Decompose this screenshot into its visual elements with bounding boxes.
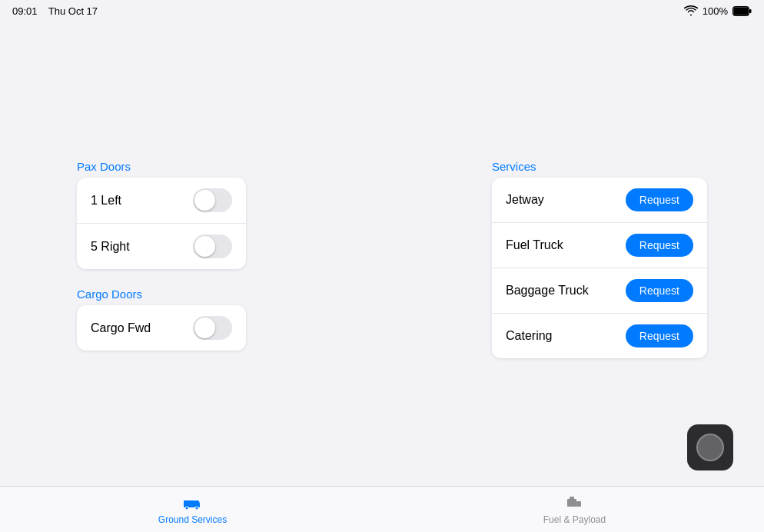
pax-doors-title: Pax Doors <box>77 160 246 173</box>
svg-rect-9 <box>567 499 576 507</box>
left-panel: Pax Doors 1 Left 5 Right Cargo Doors <box>77 160 246 351</box>
request-button-baggage-truck[interactable]: Request <box>626 279 693 302</box>
main-content: Pax Doors 1 Left 5 Right Cargo Doors <box>0 22 764 486</box>
svg-marker-6 <box>194 500 200 503</box>
pax-door-toggle-2[interactable] <box>193 234 232 258</box>
status-time-date: 09:01 Thu Oct 17 <box>12 5 98 17</box>
svg-rect-10 <box>576 501 581 507</box>
cargo-doors-card: Cargo Fwd <box>77 305 246 351</box>
tab-bar: Ground Services Fuel & Payload <box>0 486 764 532</box>
toggle-knob-2 <box>194 236 215 257</box>
pax-doors-card: 1 Left 5 Right <box>77 178 246 269</box>
service-label-jetway: Jetway <box>506 193 544 207</box>
tab-fuel-payload-label: Fuel & Payload <box>543 514 606 525</box>
svg-rect-1 <box>749 9 752 13</box>
svg-point-7 <box>185 507 188 510</box>
cargo-door-toggle-1[interactable] <box>193 316 232 340</box>
tab-ground-services-label: Ground Services <box>158 514 227 525</box>
status-bar: 09:01 Thu Oct 17 100% <box>0 0 764 22</box>
service-row-fuel-truck: Fuel Truck Request <box>492 222 707 268</box>
pax-door-label-1: 1 Left <box>91 194 121 208</box>
home-button[interactable] <box>687 424 733 470</box>
toggle-knob-1 <box>194 190 215 211</box>
pax-door-label-2: 5 Right <box>91 240 130 254</box>
tab-fuel-payload[interactable]: Fuel & Payload <box>543 494 606 525</box>
svg-point-8 <box>195 507 198 510</box>
service-row-catering: Catering Request <box>492 313 707 358</box>
service-label-baggage-truck: Baggage Truck <box>506 284 589 298</box>
svg-rect-11 <box>570 497 574 500</box>
cargo-doors-title: Cargo Doors <box>77 288 246 301</box>
svg-rect-3 <box>734 7 749 15</box>
status-right: 100% <box>684 5 752 17</box>
services-title: Services <box>492 160 707 173</box>
fuel-payload-icon <box>565 494 583 512</box>
request-button-jetway[interactable]: Request <box>626 188 693 211</box>
cargo-door-row-1: Cargo Fwd <box>77 305 246 351</box>
svg-rect-4 <box>184 500 194 507</box>
tab-ground-services[interactable]: Ground Services <box>158 494 227 525</box>
services-card: Jetway Request Fuel Truck Request Baggag… <box>492 178 707 358</box>
battery-percentage: 100% <box>703 5 728 17</box>
toggle-knob-cargo-1 <box>194 318 215 338</box>
request-button-catering[interactable]: Request <box>626 324 693 347</box>
request-button-fuel-truck[interactable]: Request <box>626 234 693 257</box>
status-time: 09:01 <box>12 5 38 17</box>
service-label-fuel-truck: Fuel Truck <box>506 238 563 252</box>
pax-door-row-2: 5 Right <box>77 223 246 269</box>
pax-door-toggle-1[interactable] <box>193 188 232 212</box>
pax-door-row-1: 1 Left <box>77 178 246 223</box>
service-label-catering: Catering <box>506 329 552 343</box>
status-date: Thu Oct 17 <box>48 5 98 17</box>
pax-doors-section: Pax Doors 1 Left 5 Right <box>77 160 246 269</box>
service-row-baggage-truck: Baggage Truck Request <box>492 268 707 313</box>
wifi-icon <box>684 5 698 16</box>
cargo-doors-section: Cargo Doors Cargo Fwd <box>77 288 246 351</box>
home-button-inner <box>696 434 724 461</box>
ground-services-icon <box>183 494 201 512</box>
right-panel: Services Jetway Request Fuel Truck Reque… <box>492 160 707 358</box>
service-row-jetway: Jetway Request <box>492 178 707 222</box>
cargo-door-label-1: Cargo Fwd <box>91 321 151 335</box>
battery-icon <box>732 6 752 16</box>
